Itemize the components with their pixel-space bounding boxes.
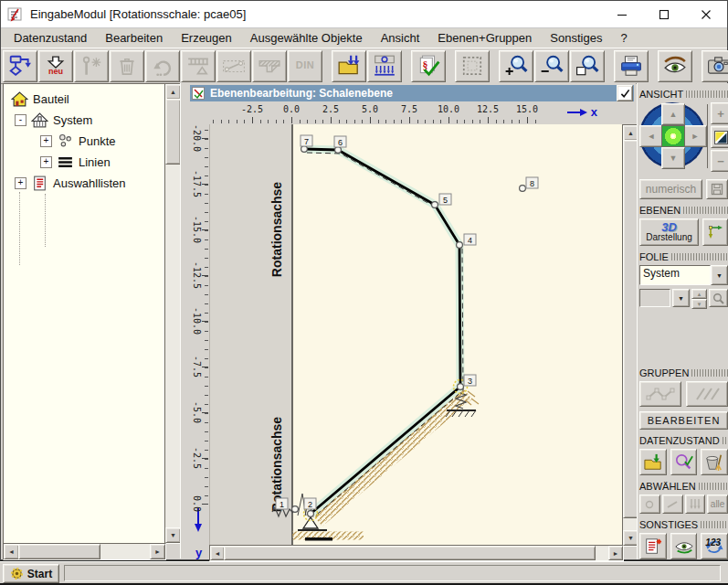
- scroll-left-icon[interactable]: ◄: [4, 544, 19, 559]
- pan-up-button[interactable]: ▲: [661, 103, 685, 125]
- plane-axes-button[interactable]: [702, 218, 728, 246]
- ruler-tick: [202, 321, 208, 322]
- tree-item-linien[interactable]: +Linien: [40, 153, 111, 171]
- menu-item-bearbeiten[interactable]: Bearbeiten: [96, 29, 172, 47]
- menu-item-help[interactable]: ?: [611, 29, 636, 47]
- node-5[interactable]: [432, 202, 438, 208]
- ruler-tick: [370, 117, 371, 123]
- menubar: DatenzustandBearbeitenErzeugenAusgewählt…: [1, 28, 727, 48]
- scroll-thumb[interactable]: [224, 546, 596, 560]
- zoom-in-button[interactable]: [499, 50, 533, 82]
- menu-item-ausgew-hlte-objekte[interactable]: Ausgewählte Objekte: [241, 29, 372, 47]
- houseyellow-icon: [11, 91, 28, 107]
- tree-expander-expand-icon[interactable]: +: [15, 177, 26, 189]
- scroll-left-icon[interactable]: ◄: [210, 546, 225, 560]
- tree-item-label: System: [53, 113, 92, 127]
- pan-left-button[interactable]: ◄: [639, 125, 663, 147]
- member-3-2[interactable]: [311, 387, 460, 514]
- center-view-button[interactable]: ✦: [661, 125, 685, 147]
- node-4[interactable]: [457, 242, 463, 249]
- selection-grid-button[interactable]: [455, 50, 490, 82]
- check-state-button[interactable]: [670, 449, 698, 475]
- pan-right-button[interactable]: ►: [683, 125, 707, 147]
- menu-item-datenzustand[interactable]: Datenzustand: [5, 29, 96, 47]
- folie-combobox[interactable]: System ▼: [639, 265, 728, 285]
- node-8[interactable]: [520, 186, 526, 192]
- check-rules-button[interactable]: §: [411, 50, 446, 82]
- node-7[interactable]: [301, 146, 308, 153]
- folie-value[interactable]: System: [639, 265, 711, 285]
- canvas-horizontal-scrollbar[interactable]: ◄ ►: [209, 545, 624, 561]
- scroll-up-icon[interactable]: ▲: [165, 84, 181, 100]
- snapshot-button[interactable]: [702, 50, 728, 82]
- 3d-view-button[interactable]: 3D Darstellung: [639, 218, 699, 246]
- pan-down-button[interactable]: ▼: [661, 147, 685, 169]
- tree-horizontal-scrollbar[interactable]: ◄ ►: [3, 543, 166, 560]
- scroll-right-icon[interactable]: ►: [150, 544, 165, 559]
- zoom-out-button[interactable]: [534, 50, 569, 82]
- tree-item-punkte[interactable]: +Punkte: [40, 132, 115, 150]
- dropdown-arrow-icon[interactable]: ▼: [711, 265, 728, 285]
- save-view-button[interactable]: [706, 179, 728, 199]
- scroll-down-icon[interactable]: ▼: [165, 527, 181, 543]
- close-button[interactable]: [685, 1, 727, 27]
- node-2[interactable]: [308, 511, 314, 517]
- start-label: Start: [27, 568, 52, 580]
- zoom-window-button[interactable]: [570, 50, 605, 82]
- din-button-label: DIN: [296, 61, 314, 69]
- ruler-y-label: -15.0: [192, 216, 202, 243]
- member-7-6[interactable]: [304, 149, 338, 150]
- cleanup-button[interactable]: [701, 449, 728, 475]
- node-3[interactable]: [458, 384, 464, 390]
- save-state-button[interactable]: [639, 449, 667, 475]
- zoom-minus-button[interactable]: −: [711, 150, 728, 172]
- menu-item-ansicht[interactable]: Ansicht: [372, 29, 429, 47]
- node-6[interactable]: [335, 147, 342, 154]
- new-button[interactable]: neu: [38, 50, 73, 82]
- load-case-button[interactable]: [367, 50, 402, 82]
- tree-expander-collapse-icon[interactable]: -: [15, 114, 26, 126]
- contrast-button[interactable]: [711, 126, 728, 148]
- tree-expander-expand-icon[interactable]: +: [40, 135, 52, 147]
- numeric-view-button[interactable]: numerisch: [639, 179, 702, 199]
- start-button[interactable]: Start: [3, 564, 59, 583]
- tree-item-auswahllisten[interactable]: +Auswahllisten: [15, 174, 126, 192]
- confirm-plane-button[interactable]: [617, 85, 633, 101]
- renumber-button[interactable]: 123: [701, 533, 728, 559]
- print-button[interactable]: [614, 50, 649, 82]
- ruler-tick: [202, 367, 208, 367]
- member-4-3[interactable]: [459, 245, 460, 387]
- zoom-plus-button[interactable]: +: [711, 102, 728, 124]
- tree-item-bauteil[interactable]: Bauteil: [11, 90, 69, 108]
- minimize-button[interactable]: [601, 1, 643, 27]
- view-options-button[interactable]: [658, 50, 692, 82]
- menu-item-erzeugen[interactable]: Erzeugen: [172, 29, 241, 47]
- toolbar: neuDIN§: [1, 48, 727, 84]
- import-folder-button[interactable]: [332, 50, 366, 82]
- scroll-right-icon[interactable]: ►: [608, 546, 623, 560]
- member-6-5[interactable]: [338, 150, 435, 205]
- workflow-button[interactable]: [3, 50, 37, 82]
- ruler-tick: [488, 117, 489, 123]
- circle-icon: [644, 499, 655, 510]
- tree-expander-expand-icon[interactable]: +: [40, 156, 52, 168]
- ruler-y-label: -17.5: [192, 170, 202, 197]
- quick-view-button[interactable]: [670, 533, 698, 559]
- parallel-lines-icon: [691, 386, 723, 402]
- menu-item-sonstiges[interactable]: Sonstiges: [541, 29, 611, 47]
- node-1[interactable]: [292, 506, 299, 513]
- tree-item-system[interactable]: -System: [15, 111, 92, 129]
- scroll-thumb[interactable]: [165, 99, 181, 165]
- spinner-up-icon[interactable]: ▲: [691, 289, 707, 299]
- spinner-down-icon[interactable]: ▼: [691, 299, 707, 309]
- axes-triad-icon: [707, 224, 723, 240]
- y-axis-indicator: y: [188, 545, 209, 559]
- drawing-area[interactable]: Rotationsachse Rotationsachse: [209, 124, 623, 545]
- maximize-button[interactable]: [643, 1, 685, 27]
- bearbeiten-button[interactable]: BEARBEITEN: [639, 411, 728, 430]
- scroll-thumb[interactable]: [18, 544, 100, 559]
- menu-item-ebenen-gruppen[interactable]: Ebenen+Gruppen: [428, 29, 541, 47]
- new-document-button[interactable]: [639, 533, 667, 559]
- x-axis-indicator: x: [567, 105, 597, 119]
- member-5-4[interactable]: [435, 205, 459, 245]
